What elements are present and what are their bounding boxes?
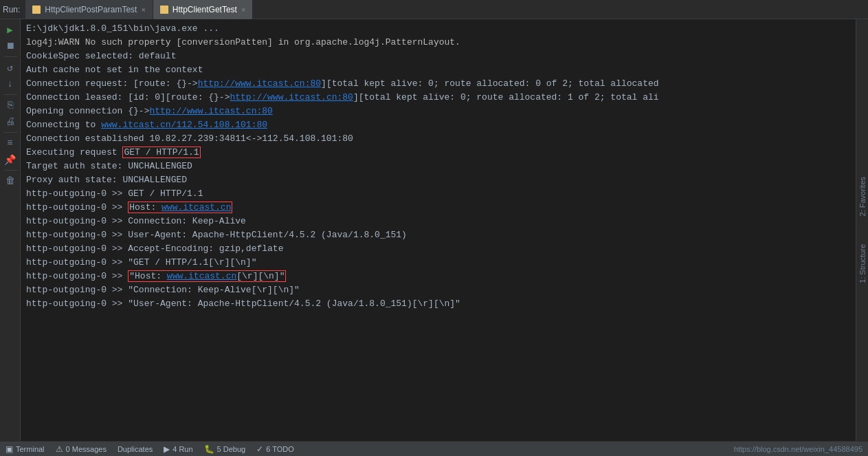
settings-button[interactable]: ≡ [3,135,18,151]
console-line: Proxy auth state: UNCHALLENGED [26,173,850,187]
console-line: log4j:WARN No such property [conversionP… [26,36,850,50]
pin-button[interactable]: 📌 [3,152,18,167]
toolbar-divider-1 [3,56,17,57]
step-button[interactable]: ↓ [3,76,18,91]
duplicates-label: Duplicates [118,445,153,453]
console-line: Connecting to www.itcast.cn/112.54.108.1… [26,118,850,132]
console-line: Auth cache not set in the context [26,63,850,77]
console-line: http-outgoing-0 >> "GET / HTTP/1.1[\r][\… [26,256,850,270]
link-itcast-5[interactable]: www.itcast.cn [162,202,231,213]
console-line: Connection leased: [id: 0][route: {}->ht… [26,91,850,105]
console-line: http-outgoing-0 >> Connection: Keep-Aliv… [26,215,850,228]
clear-button[interactable]: 🗑 [3,173,18,188]
status-url: https://blog.csdn.net/weixin_44588495 [734,445,863,453]
run-label: Run: [3,5,20,14]
console-line: http-outgoing-0 >> GET / HTTP/1.1 [26,187,850,201]
console-line: Connection request: [route: {}->http://w… [26,77,850,91]
status-url-text: https://blog.csdn.net/weixin_44588495 [734,445,863,453]
console-line: Target auth state: UNCHALLENGED [26,160,850,173]
tab-close-get[interactable]: × [241,6,245,14]
toolbar-divider-4 [3,170,17,171]
link-itcast-1[interactable]: http://www.itcast.cn:80 [198,78,321,89]
rerun-button[interactable]: ↺ [3,60,18,75]
tab-bar: Run: HttpClientPostParamTest × HttpClien… [0,0,868,19]
debug-icon: 🐛 [204,444,214,454]
terminal-icon: ▣ [5,444,13,454]
right-sidebar: 2: Favorites 1: Structure [856,19,868,441]
highlight-host-raw: "Host: www.itcast.cn[\r][\n]" [128,270,286,282]
messages-label: 0 Messages [66,445,107,453]
left-toolbar: ▶ ⏹ ↺ ↓ ⎘ 🖨 ≡ 📌 🗑 [0,19,21,441]
tab-icon-get [160,6,168,14]
toolbar-divider-3 [3,132,17,133]
todo-button[interactable]: ✓ 6 TODO [256,444,294,454]
print-button[interactable]: 🖨 [3,114,18,129]
tab-label-post: HttpClientPostParamTest [45,5,137,14]
console-output[interactable]: E:\jdk\jdk1.8.0_151\bin\java.exe ... log… [21,19,856,441]
link-itcast-4[interactable]: www.itcast.cn/112.54.108.101:80 [101,120,267,130]
run-status-button[interactable]: ▶ 4 Run [164,444,192,454]
console-line: Executing request GET / HTTP/1.1 [26,146,850,160]
tab-close-post[interactable]: × [141,6,145,14]
console-line: http-outgoing-0 >> "Host: www.itcast.cn[… [26,270,850,283]
debug-label: 5 Debug [217,445,246,453]
toolbar-divider-2 [3,94,17,95]
link-itcast-2[interactable]: http://www.itcast.cn:80 [230,92,353,102]
duplicates-button[interactable]: Duplicates [118,445,153,453]
tab-icon-post [32,6,41,14]
sidebar-label-favorites[interactable]: 2: Favorites [858,177,867,216]
copy-button[interactable]: ⎘ [3,98,18,113]
console-line: CookieSpec selected: default [26,50,850,63]
link-itcast-3[interactable]: http://www.itcast.cn:80 [149,106,272,116]
terminal-label: Terminal [16,445,45,453]
run-status-icon: ▶ [164,444,170,454]
status-bar: ▣ Terminal ⚠ 0 Messages Duplicates ▶ 4 R… [0,441,868,456]
console-line: http-outgoing-0 >> "User-Agent: Apache-H… [26,297,850,311]
todo-icon: ✓ [256,444,263,454]
todo-label: 6 TODO [266,445,294,453]
console-line: http-outgoing-0 >> Host: www.itcast.cn [26,201,850,215]
terminal-button[interactable]: ▣ Terminal [5,444,45,454]
highlight-host: Host: www.itcast.cn [128,202,232,213]
console-line: http-outgoing-0 >> User-Agent: Apache-Ht… [26,228,850,242]
console-line: Opening connection {}->http://www.itcast… [26,105,850,118]
tab-get[interactable]: HttpClientGetTest × [153,0,253,19]
main-layout: ▶ ⏹ ↺ ↓ ⎘ 🖨 ≡ 📌 🗑 E:\jdk\jdk1.8.0_151\bi… [0,19,868,441]
messages-icon: ⚠ [56,444,63,454]
tab-label-get: HttpClientGetTest [173,5,237,14]
stop-button[interactable]: ⏹ [3,39,18,54]
messages-button[interactable]: ⚠ 0 Messages [56,444,107,454]
console-line: http-outgoing-0 >> Accept-Encoding: gzip… [26,242,850,256]
run-button[interactable]: ▶ [3,22,18,37]
status-left: ▣ Terminal ⚠ 0 Messages Duplicates ▶ 4 R… [5,444,294,454]
console-line: E:\jdk\jdk1.8.0_151\bin\java.exe ... [26,22,850,36]
console-line: Connection established 10.82.27.239:3481… [26,132,850,146]
console-line: http-outgoing-0 >> "Connection: Keep-Ali… [26,283,850,297]
highlight-get-request: GET / HTTP/1.1 [122,146,200,158]
run-status-label: 4 Run [173,445,192,453]
debug-button[interactable]: 🐛 5 Debug [204,444,246,454]
tab-post[interactable]: HttpClientPostParamTest × [25,0,153,19]
sidebar-label-structure[interactable]: 1: Structure [858,244,867,283]
link-itcast-6[interactable]: www.itcast.cn [167,271,236,281]
